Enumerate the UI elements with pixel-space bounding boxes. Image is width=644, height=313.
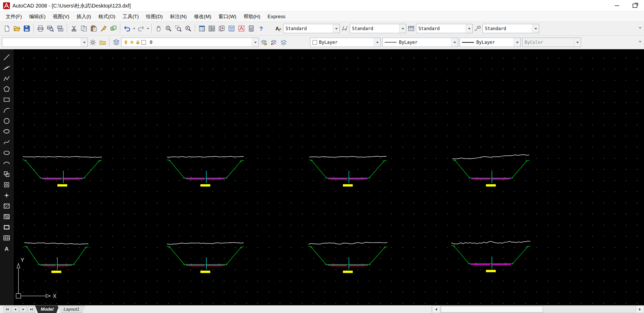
combo-dropdown-arrow[interactable]	[399, 24, 406, 33]
insert-block-button[interactable]	[1, 169, 12, 179]
match-properties-button[interactable]	[99, 23, 109, 34]
combo-dropdown-arrow[interactable]	[451, 38, 458, 47]
menu-item-9[interactable]: 修改(M)	[190, 12, 215, 22]
scroll-left-button[interactable]	[432, 305, 440, 313]
workspace-combo[interactable]	[2, 38, 88, 47]
designcenter-button[interactable]	[207, 23, 217, 34]
scrollbar-track[interactable]	[440, 305, 636, 313]
gradient-button[interactable]	[1, 212, 12, 221]
table-style-manager-button[interactable]	[406, 23, 416, 34]
menu-item-8[interactable]: 标注(N)	[166, 12, 190, 22]
polyline-button[interactable]	[1, 74, 12, 83]
tool-palettes-button[interactable]	[217, 23, 227, 34]
mleader-style-manager-button[interactable]	[473, 23, 483, 34]
properties-button[interactable]	[197, 23, 207, 34]
minimize-button[interactable]	[608, 0, 626, 11]
lineweight-combo[interactable]: ByLayer	[460, 38, 521, 47]
zoom-window-button[interactable]	[173, 23, 183, 34]
plot-preview-button[interactable]	[45, 23, 55, 34]
menu-item-1[interactable]: 文件(F)	[2, 12, 25, 22]
combo-dropdown-arrow[interactable]	[333, 24, 340, 33]
ellipse-button[interactable]	[1, 148, 12, 157]
copy-button[interactable]	[79, 23, 89, 34]
save-button[interactable]	[22, 23, 32, 34]
menu-item-2[interactable]: 编辑(E)	[25, 12, 49, 22]
plotstyle-combo[interactable]: ByColor	[522, 38, 581, 47]
help-button[interactable]: ?	[256, 23, 266, 34]
ellipse-arc-button[interactable]	[1, 159, 12, 168]
arc-button[interactable]	[1, 106, 12, 115]
spline-button[interactable]	[1, 137, 12, 147]
menu-item-4[interactable]: 插入(I)	[73, 12, 95, 22]
table-button[interactable]	[1, 233, 12, 242]
rectangle-button[interactable]	[1, 95, 12, 104]
line-button[interactable]	[1, 52, 12, 62]
sheetset-manager-button[interactable]	[227, 23, 236, 34]
zoom-realtime-button[interactable]	[164, 23, 173, 34]
text-style-manager-button[interactable]: A	[273, 23, 283, 34]
zoom-previous-button[interactable]	[183, 23, 193, 34]
markup-manager-button[interactable]	[236, 23, 246, 34]
layer-states-button[interactable]	[259, 37, 269, 48]
tab-last-button[interactable]	[28, 306, 35, 312]
color-combo[interactable]: ByLayer	[310, 38, 381, 47]
tab-prev-button[interactable]	[12, 306, 19, 312]
combo-dropdown-arrow[interactable]	[532, 24, 539, 33]
dim-style-combo[interactable]: Standard	[350, 24, 406, 33]
layer-isolate-button[interactable]	[279, 37, 288, 48]
text-style-combo[interactable]: Standard	[283, 24, 340, 33]
combo-dropdown-arrow[interactable]	[574, 38, 581, 47]
tab-first-button[interactable]	[4, 306, 11, 312]
layer-properties-button[interactable]	[111, 37, 121, 48]
menu-item-6[interactable]: 工具(T)	[119, 12, 142, 22]
combo-dropdown-arrow[interactable]	[466, 24, 472, 33]
hatch-button[interactable]	[1, 201, 12, 211]
menu-item-11[interactable]: 帮助(H)	[240, 12, 264, 22]
undo-dropdown-button[interactable]	[132, 23, 136, 34]
restore-button[interactable]	[626, 0, 644, 11]
cut-button[interactable]	[69, 23, 79, 34]
tab-model[interactable]: Model	[35, 305, 59, 313]
drawing-canvas[interactable]: YX	[13, 49, 644, 305]
tab-next-button[interactable]	[20, 306, 27, 312]
mleader-style-combo[interactable]: Standard	[483, 24, 539, 33]
layer-previous-button[interactable]	[269, 37, 279, 48]
pan-realtime-button[interactable]	[154, 23, 164, 34]
combo-dropdown-arrow[interactable]	[81, 38, 87, 47]
combo-dropdown-arrow[interactable]	[252, 38, 259, 47]
make-block-button[interactable]	[1, 180, 12, 189]
paste-button[interactable]	[89, 23, 99, 34]
linetype-combo[interactable]: ByLayer	[382, 38, 458, 47]
new-file-button[interactable]	[2, 23, 12, 34]
dim-style-manager-button[interactable]	[340, 23, 350, 34]
revision-cloud-button[interactable]	[1, 127, 12, 136]
multiline-text-button[interactable]: A	[1, 244, 12, 253]
quickcalc-button[interactable]	[246, 23, 256, 34]
combo-dropdown-arrow[interactable]	[514, 38, 520, 47]
workspace-settings-button[interactable]	[88, 37, 98, 48]
toolbar-overflow-chevron-icon[interactable]	[639, 27, 641, 30]
polygon-button[interactable]	[1, 84, 12, 94]
horizontal-scrollbar[interactable]	[432, 305, 644, 313]
region-button[interactable]	[1, 222, 12, 232]
table-style-combo[interactable]: Standard	[416, 24, 473, 33]
combo-dropdown-arrow[interactable]	[374, 38, 381, 47]
publish-button[interactable]	[55, 23, 65, 34]
menu-item-12[interactable]: Express	[264, 12, 289, 22]
open-file-button[interactable]	[12, 23, 22, 34]
layer-combo[interactable]: 0	[121, 38, 259, 47]
redo-dropdown-button[interactable]	[146, 23, 150, 34]
scroll-right-button[interactable]	[636, 305, 644, 313]
menu-item-3[interactable]: 视图(V)	[49, 12, 73, 22]
plot-button[interactable]	[36, 23, 45, 34]
undo-button[interactable]	[122, 23, 132, 34]
menu-item-10[interactable]: 窗口(W)	[215, 12, 240, 22]
redo-button[interactable]	[136, 23, 146, 34]
scrollbar-thumb[interactable]	[441, 306, 543, 312]
circle-button[interactable]	[1, 116, 12, 126]
point-button[interactable]	[1, 191, 12, 200]
construction-line-button[interactable]	[1, 63, 12, 72]
toolbar-overflow-chevron-icon[interactable]	[639, 41, 641, 44]
block-editor-button[interactable]	[109, 23, 118, 34]
my-workspace-button[interactable]	[98, 37, 107, 48]
